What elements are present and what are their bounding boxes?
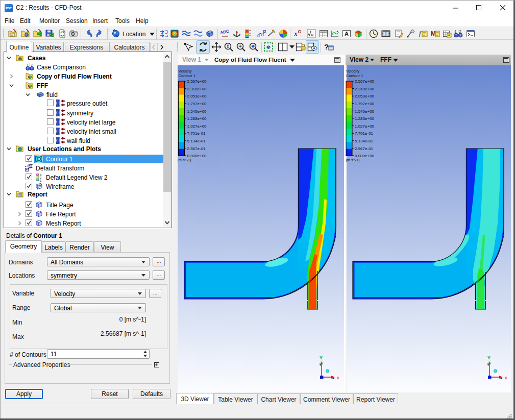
svg-text:2.567e-01: 2.567e-01 xyxy=(355,146,374,151)
svg-text:5.134e-01: 5.134e-01 xyxy=(187,139,206,143)
svg-text:A: A xyxy=(345,31,349,37)
svg-text:2.053e+00: 2.053e+00 xyxy=(355,94,375,98)
svg-text:1.797e+00: 1.797e+00 xyxy=(355,102,375,106)
svg-text:2.567e+00: 2.567e+00 xyxy=(355,79,375,84)
svg-text:2.310e+00: 2.310e+00 xyxy=(187,87,207,91)
svg-text:x: x xyxy=(293,30,298,38)
svg-text:?: ? xyxy=(324,42,329,51)
svg-text:7.701e-01: 7.701e-01 xyxy=(187,131,206,136)
svg-text:5.134e-01: 5.134e-01 xyxy=(355,139,374,143)
svg-text:1: 1 xyxy=(455,30,457,33)
svg-text:1: 1 xyxy=(40,179,42,182)
svg-text:[m s^-1]: [m s^-1] xyxy=(346,158,360,162)
svg-text:1.027e+00: 1.027e+00 xyxy=(187,124,207,129)
svg-text:1.283e+00: 1.283e+00 xyxy=(355,116,375,121)
svg-text:a: a xyxy=(311,32,314,37)
svg-text:Velocity: Velocity xyxy=(179,69,192,73)
svg-text:ABC: ABC xyxy=(220,29,230,35)
svg-text:f: f xyxy=(419,30,422,37)
svg-text:1: 1 xyxy=(27,63,29,67)
svg-text:[m s^-1]: [m s^-1] xyxy=(178,158,191,162)
svg-text:1.797e+00: 1.797e+00 xyxy=(187,102,207,106)
svg-text:2.567e+00: 2.567e+00 xyxy=(187,79,207,84)
svg-text:x: x xyxy=(337,375,339,380)
svg-text:1.027e+00: 1.027e+00 xyxy=(355,124,375,129)
svg-text:Contour 1: Contour 1 xyxy=(346,73,363,78)
svg-text:Contour 1: Contour 1 xyxy=(179,73,195,78)
svg-text:2.310e+00: 2.310e+00 xyxy=(355,87,375,91)
svg-text:Velocity: Velocity xyxy=(346,69,359,73)
svg-text:x: x xyxy=(505,375,507,380)
svg-text:1.540e+00: 1.540e+00 xyxy=(187,109,207,114)
svg-text:1.540e+00: 1.540e+00 xyxy=(355,109,375,114)
svg-text:1.283e+00: 1.283e+00 xyxy=(187,116,207,121)
svg-text:2: 2 xyxy=(31,63,33,67)
svg-text:2.053e+00: 2.053e+00 xyxy=(187,94,207,98)
svg-text:2.567e-01: 2.567e-01 xyxy=(187,146,206,151)
svg-text:7.701e-01: 7.701e-01 xyxy=(355,131,374,136)
svg-text:2: 2 xyxy=(459,30,461,33)
